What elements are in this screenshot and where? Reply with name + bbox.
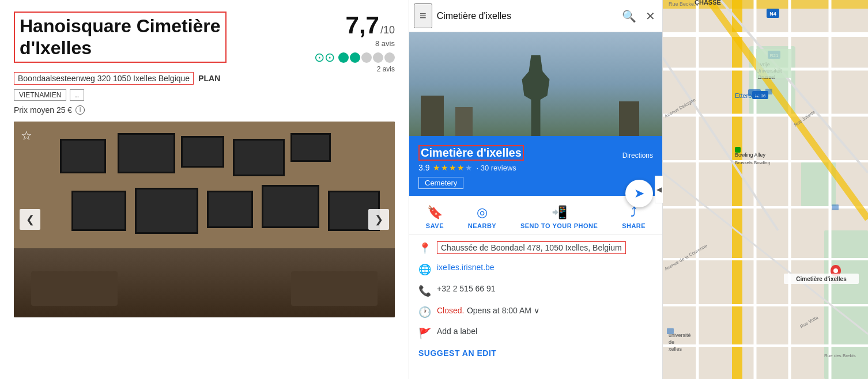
ta-avis: 2 avis	[314, 65, 395, 73]
place-image	[409, 32, 662, 136]
phone-icon: 📞	[418, 285, 430, 297]
share-button[interactable]: ⤴ SHARE	[622, 205, 646, 229]
map-panel[interactable]: N4 R21 N206 Rue Becke... CHASSE Etterbee…	[663, 0, 868, 379]
maps-panel: ≡ 🔍 ✕ ➤ Cimetière d'ixelles 3.9	[409, 0, 663, 379]
left-panel: Hanoisquare Cimetière d'Ixelles Boondaal…	[0, 0, 409, 379]
frame-8	[207, 191, 253, 228]
send-to-phone-button[interactable]: 📲 SEND TO YOUR PHONE	[520, 205, 598, 229]
suggest-edit-row: SUGGEST AN EDIT	[418, 348, 653, 358]
ta-circles	[338, 52, 395, 63]
rating-row: 3.9 ★ ★ ★ ★ ★ · 30 reviews	[418, 163, 524, 172]
directions-overlay-button[interactable]: ➤	[625, 180, 653, 207]
add-label-text[interactable]: Add a label	[437, 327, 477, 336]
favorite-button[interactable]: ☆	[21, 128, 32, 143]
save-button[interactable]: 🔖 SAVE	[426, 205, 444, 229]
star-5-empty: ★	[465, 163, 473, 172]
svg-text:Bowling Alley: Bowling Alley	[735, 152, 766, 158]
svg-point-40	[833, 268, 838, 273]
globe-icon: 🌐	[418, 263, 430, 276]
table-2	[291, 271, 378, 306]
send-phone-icon: 📲	[552, 205, 567, 220]
svg-rect-52	[765, 89, 772, 94]
category-tag[interactable]: Cemetery	[418, 177, 463, 189]
ta-circle-5	[384, 52, 395, 63]
hotel-name-line2: d'Ixelles	[20, 37, 221, 59]
hours-expand-button[interactable]: ∨	[534, 306, 539, 315]
tomb-3	[619, 101, 639, 136]
svg-text:N4: N4	[769, 11, 776, 17]
next-slide-button[interactable]: ❯	[368, 209, 389, 230]
address-detail-text: Chaussée de Boondael 478, 1050 Ixelles, …	[437, 241, 626, 254]
maps-search-input[interactable]	[437, 11, 615, 21]
share-icon: ⤴	[631, 205, 637, 220]
info-icon[interactable]: i	[76, 105, 85, 115]
ta-circle-1	[338, 52, 349, 63]
prev-slide-button[interactable]: ❮	[20, 209, 40, 230]
address-text: Boondaalsesteenweg 320 1050 Ixelles Belg…	[14, 72, 194, 85]
directions-label-block: Directions	[622, 145, 653, 160]
avis-score: 8 avis	[314, 39, 395, 48]
place-name-block: Cimetière d'ixelles 3.9 ★ ★ ★ ★ ★ · 30 r…	[418, 145, 524, 189]
details-section: 📍 Chaussée de Boondael 478, 1050 Ixelles…	[409, 234, 662, 379]
nearby-icon: ◎	[477, 205, 488, 220]
frame-9	[262, 185, 319, 228]
address-row: Boondaalsesteenweg 320 1050 Ixelles Belg…	[14, 72, 227, 85]
svg-text:xelles: xelles	[669, 346, 682, 352]
wall-background	[14, 122, 395, 317]
hotel-name-line1: Hanoisquare Cimetière	[20, 15, 221, 37]
prix-row: Prix moyen 25 € i	[14, 105, 227, 115]
website-text[interactable]: ixelles.irisnet.be	[437, 263, 495, 272]
location-pin-icon: 📍	[418, 242, 430, 255]
svg-rect-4	[732, 0, 742, 379]
svg-text:Etterbeek: Etterbeek	[735, 92, 763, 99]
maps-close-button[interactable]: ✕	[643, 7, 658, 25]
star-rating: ★ ★ ★ ★ ★	[433, 163, 473, 172]
score-number: 7,7	[346, 12, 379, 39]
collapse-panel-button[interactable]: ◀	[655, 176, 663, 203]
tag-more[interactable]: ..	[70, 89, 84, 101]
phone-text: +32 2 515 66 91	[437, 284, 496, 293]
actions-row: 🔖 SAVE ◎ NEARBY 📲 SEND TO YOUR PHONE ⤴ S…	[409, 196, 662, 234]
suggest-edit-link[interactable]: SUGGEST AN EDIT	[418, 348, 496, 358]
address-detail-row: 📍 Chaussée de Boondael 478, 1050 Ixelles…	[418, 241, 653, 255]
svg-text:Brussels Bowling: Brussels Bowling	[735, 160, 770, 165]
nearby-button[interactable]: ◎ NEARBY	[468, 205, 496, 229]
tag-vietnamien[interactable]: VIETNAMIEN	[14, 89, 66, 101]
flag-icon: 🚩	[418, 327, 430, 340]
website-detail-row: 🌐 ixelles.irisnet.be	[418, 263, 653, 276]
svg-rect-33	[735, 147, 741, 153]
frame-3	[181, 136, 224, 168]
svg-rect-38	[756, 49, 791, 78]
frame-7	[135, 188, 198, 234]
score-block: 7,7 /10 8 avis ⊙⊙ 2 avis	[314, 12, 395, 73]
plan-link[interactable]: PLAN	[198, 74, 220, 83]
star-1: ★	[433, 163, 440, 172]
search-icon: 🔍	[622, 10, 636, 22]
star-4-half: ★	[457, 163, 465, 172]
svg-text:Rue Becke...: Rue Becke...	[669, 1, 699, 7]
hours-detail-row: 🕐 Closed. Opens at 8:00 AM ∨	[418, 305, 653, 319]
directions-arrow-icon: ➤	[634, 186, 644, 201]
maps-search-button[interactable]: 🔍	[620, 7, 639, 25]
clock-icon: 🕐	[418, 306, 430, 319]
hamburger-menu-button[interactable]: ≡	[414, 3, 432, 28]
closed-status: Closed.	[437, 306, 464, 315]
reviews-count: · 30 reviews	[476, 164, 516, 172]
svg-rect-54	[832, 204, 839, 210]
table-1	[31, 271, 118, 306]
rating-number: 3.9	[418, 163, 429, 172]
send-phone-label: SEND TO YOUR PHONE	[520, 222, 598, 229]
svg-text:Rue des Brebis: Rue des Brebis	[824, 353, 856, 358]
photo-slider: ☆ ❮ ❯	[14, 122, 395, 317]
place-info-container: ➤ Cimetière d'ixelles 3.9 ★ ★ ★ ★ ★ · 30…	[409, 136, 662, 196]
share-label: SHARE	[622, 222, 646, 229]
tags-row: VIETNAMIEN ..	[14, 89, 227, 101]
save-label: SAVE	[426, 222, 444, 229]
ta-circle-3	[361, 52, 372, 63]
nearby-label: NEARBY	[468, 222, 496, 229]
hours-content: Closed. Opens at 8:00 AM ∨	[437, 305, 539, 316]
directions-label: Directions	[622, 151, 653, 160]
frame-5	[290, 133, 331, 162]
score-denom: /10	[380, 24, 395, 36]
star-3: ★	[449, 163, 456, 172]
